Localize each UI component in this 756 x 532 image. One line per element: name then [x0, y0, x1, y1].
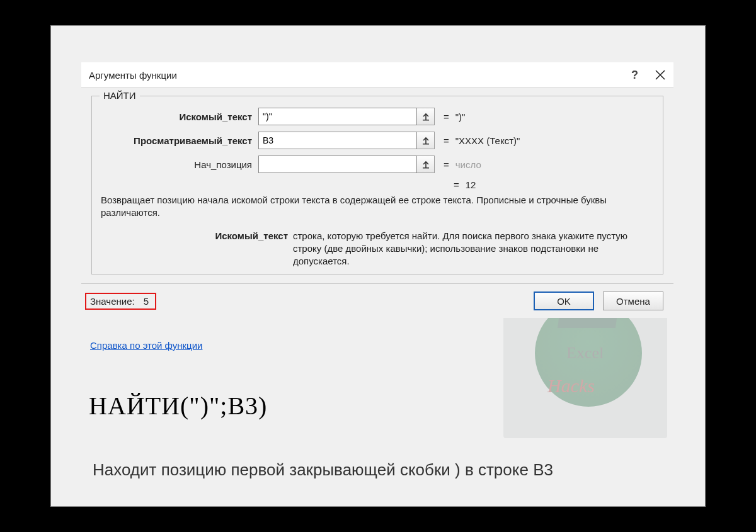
argument-label: Нач_позиция: [101, 159, 258, 170]
result-value-highlight: Значение: 5: [85, 293, 156, 310]
range-selector-button[interactable]: [417, 108, 435, 125]
argument-input-within-text[interactable]: [258, 132, 417, 149]
help-icon[interactable]: ?: [631, 69, 638, 82]
function-name: НАЙТИ: [100, 90, 140, 101]
parameter-hint: Искомый_текст строка, которую требуется …: [101, 230, 654, 268]
caption-annotation: Находит позицию первой закрывающей скобк…: [93, 460, 553, 480]
svg-rect-0: [423, 120, 429, 121]
function-description: Возвращает позицию начала искомой строки…: [101, 194, 654, 220]
help-link[interactable]: Справка по этой функции: [90, 340, 202, 351]
formula-annotation: НАЙТИ(")";B3): [89, 391, 267, 421]
parameter-name: Искомый_текст: [101, 230, 293, 268]
watermark-line2: Hacks: [547, 375, 595, 397]
result-value: 5: [144, 296, 149, 307]
cancel-button[interactable]: Отмена: [603, 291, 663, 310]
svg-rect-2: [423, 167, 429, 169]
parameter-hint-text: строка, которую требуется найти. Для пои…: [293, 230, 654, 268]
range-selector-button[interactable]: [417, 156, 435, 173]
argument-result: ="XXXX (Текст)": [435, 135, 654, 146]
range-selector-button[interactable]: [417, 132, 435, 149]
argument-row: Нач_позиция =число: [101, 156, 654, 173]
dialog-title: Аргументы функции: [89, 70, 177, 81]
watermark-line1: Excel: [566, 344, 604, 363]
function-fieldset: НАЙТИ Искомый_текст =")" Просматриваемый…: [91, 96, 663, 274]
overall-result: =12: [101, 179, 654, 190]
argument-label: Просматриваемый_текст: [101, 135, 258, 146]
argument-label: Искомый_текст: [101, 111, 258, 122]
svg-rect-1: [423, 144, 429, 145]
argument-row: Искомый_текст =")": [101, 108, 654, 125]
argument-result: =")": [435, 111, 654, 122]
close-icon[interactable]: [655, 69, 666, 81]
argument-input-find-text[interactable]: [258, 108, 417, 125]
function-arguments-dialog: Аргументы функции ? НАЙТИ Искомый_текст: [81, 62, 673, 318]
ok-button[interactable]: OK: [534, 291, 594, 310]
result-label: Значение:: [90, 296, 135, 307]
argument-input-start-num[interactable]: [258, 156, 417, 173]
argument-row: Просматриваемый_текст ="XXXX (Текст)": [101, 132, 654, 149]
dialog-titlebar[interactable]: Аргументы функции ?: [81, 62, 673, 88]
argument-result: =число: [435, 159, 654, 170]
